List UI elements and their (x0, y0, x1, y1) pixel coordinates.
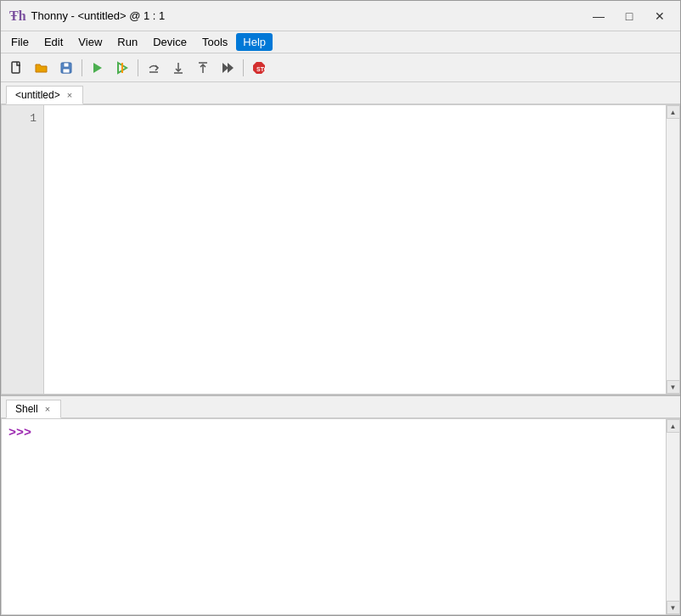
title-bar: Ŧh Thonny - <untitled> @ 1 : 1 — □ ✕ (1, 1, 680, 31)
svg-rect-2 (64, 63, 69, 67)
step-over-button[interactable] (143, 57, 165, 79)
app-title: Thonny - <untitled> @ 1 : 1 (31, 9, 166, 22)
title-controls: — □ ✕ (587, 8, 672, 25)
editor-scroll-down[interactable]: ▼ (667, 380, 680, 394)
step-out-button[interactable] (192, 57, 214, 79)
editor-tab-label: <untitled> (15, 89, 60, 101)
resume-icon (221, 61, 234, 75)
editor-container: <untitled> × 1 ▲ ▼ (1, 82, 680, 395)
svg-marker-12 (222, 63, 228, 73)
svg-rect-0 (12, 62, 20, 73)
shell-scroll-track[interactable] (667, 433, 679, 601)
line-numbers: 1 (2, 105, 44, 394)
svg-text:STOP: STOP (256, 66, 266, 72)
run-button[interactable] (87, 57, 109, 79)
new-button[interactable] (6, 57, 28, 79)
app-logo: Ŧh (9, 8, 26, 24)
open-folder-icon (35, 61, 48, 75)
shell-tab-label: Shell (15, 403, 38, 415)
shell-scroll-up[interactable]: ▲ (667, 419, 680, 433)
shell-container: Shell × >>> ▲ ▼ (1, 395, 680, 615)
shell-tabs: Shell × (1, 396, 680, 418)
debug-button[interactable] (111, 57, 133, 79)
shell-body: >>> ▲ ▼ (1, 418, 680, 615)
editor-tabs: <untitled> × (1, 82, 680, 104)
toolbar: STOP (1, 53, 680, 82)
menu-view[interactable]: View (71, 33, 109, 51)
shell-scroll-down[interactable]: ▼ (667, 601, 680, 614)
editor-scroll-up[interactable]: ▲ (667, 105, 680, 119)
menu-run[interactable]: Run (110, 33, 144, 51)
minimize-button[interactable]: — (587, 8, 611, 25)
menu-device[interactable]: Device (146, 33, 194, 51)
resume-button[interactable] (217, 57, 239, 79)
editor-content[interactable] (44, 105, 666, 394)
menu-file[interactable]: File (4, 33, 36, 51)
editor-body: 1 ▲ ▼ (1, 104, 680, 395)
open-button[interactable] (31, 57, 53, 79)
stop-button[interactable]: STOP (248, 57, 270, 79)
svg-marker-13 (228, 63, 234, 73)
stop-icon: STOP (252, 61, 266, 75)
run-icon (91, 61, 104, 75)
title-left: Ŧh Thonny - <untitled> @ 1 : 1 (9, 8, 165, 24)
editor-tab-close[interactable]: × (65, 90, 74, 100)
shell-tab-close[interactable]: × (43, 404, 52, 414)
svg-rect-3 (63, 69, 70, 73)
editor-tab-untitled[interactable]: <untitled> × (6, 86, 83, 104)
editor-scrollbar: ▲ ▼ (666, 105, 679, 394)
toolbar-separator-2 (138, 59, 138, 76)
debug-icon (115, 61, 129, 75)
menu-help[interactable]: Help (236, 33, 273, 51)
new-file-icon (10, 61, 24, 75)
toolbar-separator-1 (82, 59, 82, 76)
menu-bar: File Edit View Run Device Tools Help (1, 31, 680, 53)
shell-content[interactable]: >>> (2, 419, 666, 614)
step-over-icon (147, 61, 160, 75)
shell-scrollbar: ▲ ▼ (666, 419, 679, 614)
step-into-button[interactable] (167, 57, 189, 79)
menu-tools[interactable]: Tools (195, 33, 234, 51)
editor-scroll-track[interactable] (667, 119, 679, 380)
shell-tab[interactable]: Shell × (6, 400, 61, 418)
step-out-icon (196, 61, 210, 75)
save-icon (59, 61, 73, 75)
shell-prompt: >>> (8, 426, 31, 440)
close-button[interactable]: ✕ (648, 8, 672, 25)
maximize-button[interactable]: □ (617, 8, 641, 25)
line-number-1: 1 (2, 110, 43, 127)
toolbar-separator-3 (243, 59, 244, 76)
menu-edit[interactable]: Edit (37, 33, 70, 51)
step-into-icon (172, 61, 185, 75)
svg-marker-4 (93, 63, 102, 73)
save-button[interactable] (55, 57, 77, 79)
